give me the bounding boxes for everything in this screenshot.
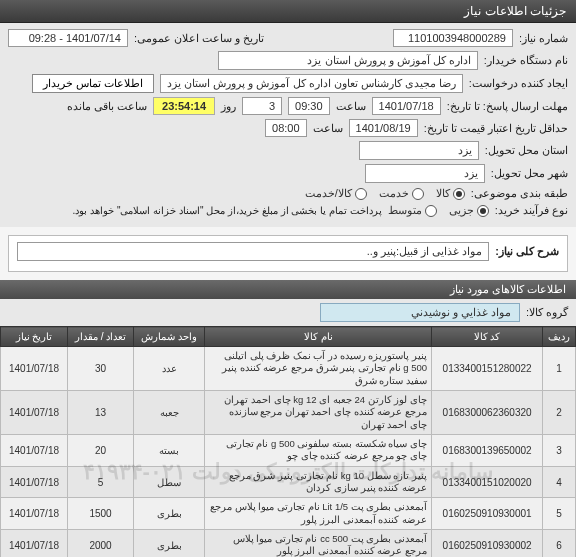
group-field[interactable]: مواد غذايي و نوشيدني <box>320 303 520 322</box>
remaining-time: 23:54:14 <box>153 97 215 115</box>
cell-unit: جعبه <box>134 391 205 435</box>
th-row: ردیف <box>543 327 576 347</box>
purchase-type-label: نوع فرآیند خرید: <box>495 204 568 217</box>
table-row[interactable]: 20168300062360320چای لوز کارتن 24 جعبه ا… <box>1 391 576 435</box>
radio-circle-icon <box>453 188 465 200</box>
cell-name: پنیر پاستوریزه رسیده در آب نمک ظرف پلی ا… <box>205 347 432 391</box>
time-label-1: ساعت <box>336 100 366 113</box>
cell-qty: 13 <box>68 391 134 435</box>
cell-unit: سطل <box>134 466 205 498</box>
cell-row: 6 <box>543 530 576 557</box>
th-name: نام کالا <box>205 327 432 347</box>
cell-code: 0160250910930002 <box>432 530 543 557</box>
cell-code: 0168300139650002 <box>432 435 543 467</box>
th-code: کد کالا <box>432 327 543 347</box>
cell-name: آبمعدنی بطری پت 500 cc نام تجارتی میوا پ… <box>205 530 432 557</box>
radio-minor[interactable]: جزیی <box>449 204 489 217</box>
need-no-field: 1101003948000289 <box>393 29 513 47</box>
requester-field: رضا مجیدی کارشناس تعاون اداره کل آموزش و… <box>160 74 463 93</box>
cell-row: 2 <box>543 391 576 435</box>
need-no-label: شماره نیاز: <box>519 32 568 45</box>
deadline-label: مهلت ارسال پاسخ: تا تاریخ: <box>447 100 568 113</box>
cell-code: 0160250910930001 <box>432 498 543 530</box>
cell-qty: 5 <box>68 466 134 498</box>
radio-goods[interactable]: کالا <box>436 187 465 200</box>
subject-cat-label: طبقه بندی موضوعی: <box>471 187 568 200</box>
cell-row: 4 <box>543 466 576 498</box>
desc-label: شرح کلی نیاز: <box>495 245 559 258</box>
deadline-time-field: 09:30 <box>288 97 330 115</box>
cell-row: 3 <box>543 435 576 467</box>
cell-qty: 30 <box>68 347 134 391</box>
goods-section-header: اطلاعات کالاهای مورد نیاز <box>0 280 576 299</box>
validity-time-field: 08:00 <box>265 119 307 137</box>
table-row[interactable]: 40133400151020020پنیر تازه سطل 10 kg نام… <box>1 466 576 498</box>
purchase-radio-group: جزیی متوسط <box>388 204 489 217</box>
cell-date: 1401/07/18 <box>1 466 68 498</box>
table-header-row: ردیف کد کالا نام کالا واحد شمارش تعداد /… <box>1 327 576 347</box>
cell-unit: بطری <box>134 498 205 530</box>
province-label: استان محل تحویل: <box>485 144 568 157</box>
group-label: گروه کالا: <box>526 306 568 319</box>
radio-circle-icon <box>477 205 489 217</box>
radio-goods-label: کالا <box>436 187 450 200</box>
remaining-label: ساعت باقی مانده <box>67 100 147 113</box>
cell-date: 1401/07/18 <box>1 347 68 391</box>
section-header: جزئیات اطلاعات نیاز <box>0 0 576 23</box>
days-field: 3 <box>242 97 282 115</box>
province-field: یزد <box>359 141 479 160</box>
time-label-2: ساعت <box>313 122 343 135</box>
radio-both[interactable]: کالا/خدمت <box>305 187 367 200</box>
cell-code: 0133400151020020 <box>432 466 543 498</box>
cell-date: 1401/07/18 <box>1 435 68 467</box>
th-unit: واحد شمارش <box>134 327 205 347</box>
validity-label: حداقل تاریخ اعتبار قیمت تا تاریخ: <box>424 122 568 135</box>
need-description-box: شرح کلی نیاز: مواد غذایی از قبیل:پنیر و.… <box>8 235 568 272</box>
subject-radio-group: کالا خدمت کالا/خدمت <box>305 187 465 200</box>
purchase-note: پرداخت تمام یا بخشی از مبلغ خرید،از محل … <box>73 205 382 216</box>
deadline-date-field: 1401/07/18 <box>372 97 441 115</box>
radio-circle-icon <box>412 188 424 200</box>
radio-service-label: خدمت <box>379 187 409 200</box>
cell-date: 1401/07/18 <box>1 530 68 557</box>
cell-row: 5 <box>543 498 576 530</box>
contact-buyer-button[interactable]: اطلاعات تماس خریدار <box>32 74 154 93</box>
days-label: روز <box>221 100 236 113</box>
th-date: تاریخ نیاز <box>1 327 68 347</box>
table-row[interactable]: 30168300139650002چای سیاه شکسته بسته سلف… <box>1 435 576 467</box>
radio-circle-icon <box>425 205 437 217</box>
goods-table-wrap: سامانه تدارکات الکترونیکی دولت ۰۲۱-۴۱۹۳۴… <box>0 326 576 557</box>
goods-section-title: اطلاعات کالاهای مورد نیاز <box>450 283 566 295</box>
th-qty: تعداد / مقدار <box>68 327 134 347</box>
cell-date: 1401/07/18 <box>1 391 68 435</box>
table-row[interactable]: 60160250910930002آبمعدنی بطری پت 500 cc … <box>1 530 576 557</box>
cell-name: چای سیاه شکسته بسته سلفونی 500 g نام تجا… <box>205 435 432 467</box>
radio-circle-icon <box>355 188 367 200</box>
radio-medium-label: متوسط <box>388 204 422 217</box>
announce-field: 1401/07/14 - 09:28 <box>8 29 128 47</box>
radio-service[interactable]: خدمت <box>379 187 424 200</box>
cell-date: 1401/07/18 <box>1 498 68 530</box>
section-title: جزئیات اطلاعات نیاز <box>464 4 566 18</box>
cell-qty: 20 <box>68 435 134 467</box>
buyer-field: اداره کل آموزش و پرورش استان یزد <box>218 51 478 70</box>
cell-qty: 2000 <box>68 530 134 557</box>
radio-both-label: کالا/خدمت <box>305 187 352 200</box>
buyer-label: نام دستگاه خریدار: <box>484 54 568 67</box>
goods-table: ردیف کد کالا نام کالا واحد شمارش تعداد /… <box>0 326 576 557</box>
cell-code: 0168300062360320 <box>432 391 543 435</box>
cell-qty: 1500 <box>68 498 134 530</box>
info-panel: شماره نیاز: 1101003948000289 تاریخ و ساع… <box>0 23 576 227</box>
table-row[interactable]: 50160250910930001آبمعدنی بطری پت 1/5 Lit… <box>1 498 576 530</box>
city-field: یزد <box>365 164 485 183</box>
cell-name: چای لوز کارتن 24 جعبه ای 12 kg چای احمد … <box>205 391 432 435</box>
table-row[interactable]: 10133400151280022پنیر پاستوریزه رسیده در… <box>1 347 576 391</box>
desc-field: مواد غذایی از قبیل:پنیر و.. <box>17 242 489 261</box>
announce-label: تاریخ و ساعت اعلان عمومی: <box>134 32 264 45</box>
requester-label: ایجاد کننده درخواست: <box>469 77 568 90</box>
validity-date-field: 1401/08/19 <box>349 119 418 137</box>
goods-group-row: گروه کالا: مواد غذايي و نوشيدني <box>0 299 576 326</box>
cell-code: 0133400151280022 <box>432 347 543 391</box>
radio-medium[interactable]: متوسط <box>388 204 437 217</box>
cell-name: پنیر تازه سطل 10 kg نام تجارتی پنیر شرق … <box>205 466 432 498</box>
